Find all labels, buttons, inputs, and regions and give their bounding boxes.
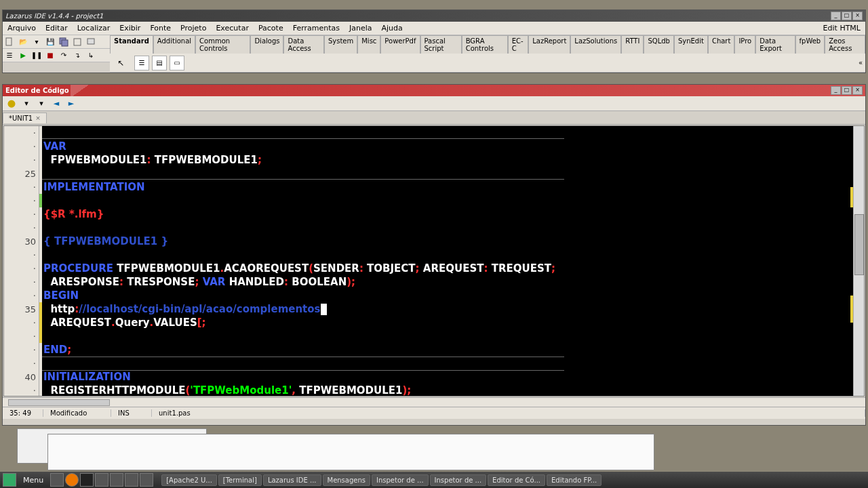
files-icon[interactable] bbox=[95, 473, 108, 487]
svg-rect-4 bbox=[87, 39, 94, 44]
status-position: 35: 49 bbox=[3, 409, 43, 417]
horizontal-scrollbar[interactable] bbox=[8, 399, 110, 406]
palette-tab-chart[interactable]: Chart bbox=[708, 35, 734, 54]
app-icon-3[interactable] bbox=[140, 473, 153, 487]
editor-titlebar[interactable]: Editor de Código _ □ × bbox=[3, 85, 865, 96]
palette-tab-data-export[interactable]: Data Export bbox=[755, 35, 795, 54]
palette-tab-fpweb[interactable]: fpWeb bbox=[795, 35, 825, 54]
palette-tab-bgra[interactable]: BGRA Controls bbox=[462, 35, 508, 54]
palette-tab-dialogs[interactable]: Dialogs bbox=[250, 35, 283, 54]
task-terminal[interactable]: [Terminal] bbox=[218, 474, 262, 486]
task-inspetor2[interactable]: Inspetor de ... bbox=[430, 474, 487, 486]
task-editor[interactable]: Editor de Có... bbox=[488, 474, 545, 486]
palette-tab-data-access[interactable]: Data Access bbox=[283, 35, 323, 54]
menu-arquivo[interactable]: Arquivo bbox=[3, 22, 41, 34]
menu-localizar[interactable]: Localizar bbox=[73, 22, 115, 34]
palette-tab-standard[interactable]: Standard bbox=[110, 35, 153, 54]
task-editando[interactable]: Editando FP... bbox=[547, 474, 601, 486]
save-icon[interactable]: 💾 bbox=[44, 36, 56, 48]
palette-tab-rtti[interactable]: RTTI bbox=[621, 35, 644, 54]
run-icon[interactable]: ▶ bbox=[17, 49, 29, 62]
open-file-icon[interactable]: 📂 bbox=[17, 36, 29, 48]
editor-back-icon[interactable]: ◄ bbox=[50, 98, 62, 110]
background-panel[interactable] bbox=[47, 434, 654, 470]
gutter-line: · bbox=[4, 221, 39, 235]
view-units-icon[interactable]: ☰ bbox=[3, 49, 16, 62]
palette-tab-additional[interactable]: Additional bbox=[153, 35, 195, 54]
lazarus-main-window: Lazarus IDE v1.4.4 - project1 _ □ × Arqu… bbox=[2, 9, 866, 73]
editor-dropdown2-icon[interactable]: ▾ bbox=[35, 98, 47, 110]
step-into-icon[interactable]: ↴ bbox=[71, 49, 83, 62]
app-icon[interactable] bbox=[110, 473, 123, 487]
pause-icon[interactable]: ❚❚ bbox=[31, 49, 43, 62]
palette-tab-system[interactable]: System bbox=[324, 35, 357, 54]
show-desktop-icon[interactable] bbox=[50, 473, 64, 487]
close-button[interactable]: × bbox=[852, 12, 863, 20]
save-all-icon[interactable] bbox=[58, 36, 70, 48]
menu-exibir[interactable]: Exibir bbox=[115, 22, 145, 34]
component-popupmenu-icon[interactable]: ▤ bbox=[152, 56, 167, 70]
task-lazarus[interactable]: Lazarus IDE ... bbox=[263, 474, 321, 486]
palette-tab-powerpdf[interactable]: PowerPdf bbox=[380, 35, 420, 54]
gutter-line: · bbox=[4, 207, 39, 221]
menu-edit-html[interactable]: Edit HTML bbox=[818, 22, 865, 34]
palette-tab-sqldb[interactable]: SQLdb bbox=[644, 35, 674, 54]
code-area: · · · 25 · · · · 30 · · · · 35 · · · · 4… bbox=[3, 125, 865, 396]
editor-dropdown1-icon[interactable]: ▾ bbox=[20, 98, 33, 110]
minimize-button[interactable]: _ bbox=[831, 12, 841, 20]
menu-fonte[interactable]: Fonte bbox=[145, 22, 176, 34]
editor-tab-unit1[interactable]: *UNIT1 × bbox=[3, 113, 47, 123]
tab-close-icon[interactable]: × bbox=[35, 115, 41, 121]
editor-tabs: *UNIT1 × bbox=[3, 111, 865, 125]
palette-tab-misc[interactable]: Misc bbox=[357, 35, 380, 54]
scroll-thumb[interactable] bbox=[854, 214, 864, 275]
status-modified: Modificado bbox=[43, 409, 111, 417]
editor-close-button[interactable]: × bbox=[852, 86, 863, 95]
editor-forward-icon[interactable]: ► bbox=[65, 98, 77, 110]
app-icon-2[interactable] bbox=[125, 473, 138, 487]
firefox-icon[interactable] bbox=[65, 473, 79, 487]
task-inspetor1[interactable]: Inspetor de ... bbox=[372, 474, 429, 486]
palette-tab-synedit[interactable]: SynEdit bbox=[674, 35, 708, 54]
start-menu-label[interactable]: Menu bbox=[18, 474, 49, 486]
main-titlebar[interactable]: Lazarus IDE v1.4.4 - project1 _ □ × bbox=[3, 10, 865, 22]
step-out-icon[interactable]: ↳ bbox=[85, 49, 97, 62]
component-mainmenu-icon[interactable]: ☰ bbox=[134, 56, 149, 70]
gutter-line: 25 bbox=[4, 167, 39, 180]
editor-minimize-button[interactable]: _ bbox=[831, 86, 841, 95]
task-apache[interactable]: [Apache2 U... bbox=[161, 474, 217, 486]
menu-projeto[interactable]: Projeto bbox=[176, 22, 211, 34]
gutter-line: · bbox=[4, 343, 39, 357]
component-button-icon[interactable]: ▭ bbox=[170, 56, 184, 70]
vertical-scrollbar[interactable] bbox=[853, 126, 864, 396]
menu-editar[interactable]: Editar bbox=[41, 22, 73, 34]
palette-tab-lazreport[interactable]: LazReport bbox=[528, 35, 570, 54]
dropdown-icon[interactable]: ▾ bbox=[31, 36, 43, 48]
start-menu-icon[interactable] bbox=[3, 473, 16, 487]
editor-maximize-button[interactable]: □ bbox=[842, 86, 852, 95]
gutter[interactable]: · · · 25 · · · · 30 · · · · 35 · · · · 4… bbox=[4, 126, 39, 396]
palette-tab-common-controls[interactable]: Common Controls bbox=[195, 35, 250, 54]
selection-tool-icon[interactable]: ↖ bbox=[114, 58, 127, 68]
new-form-icon[interactable] bbox=[71, 36, 83, 48]
palette-tab-ecc[interactable]: EC-C bbox=[508, 35, 529, 54]
palette-expand-icon[interactable]: « bbox=[859, 59, 863, 66]
stop-icon[interactable]: ■ bbox=[44, 49, 56, 62]
code-editor[interactable]: VAR FPWEBMODULE1: TFPWEBMODULE1; IMPLEME… bbox=[42, 126, 853, 396]
menu-janela[interactable]: Janela bbox=[344, 22, 377, 34]
palette-tab-pascal-script[interactable]: Pascal Script bbox=[420, 35, 462, 54]
palette-tab-ipro[interactable]: IPro bbox=[734, 35, 755, 54]
task-mensagens[interactable]: Mensagens bbox=[323, 474, 371, 486]
palette-tab-zeos[interactable]: Zeos Access bbox=[825, 35, 865, 54]
editor-jump-icon[interactable]: ⬤ bbox=[5, 98, 18, 110]
terminal-icon[interactable] bbox=[80, 473, 94, 487]
palette-tab-lazsolutions[interactable]: LazSolutions bbox=[570, 35, 621, 54]
maximize-button[interactable]: □ bbox=[842, 12, 852, 20]
menu-executar[interactable]: Executar bbox=[211, 22, 254, 34]
new-file-icon[interactable] bbox=[3, 36, 16, 48]
step-over-icon[interactable]: ↷ bbox=[58, 49, 70, 62]
menu-ajuda[interactable]: Ajuda bbox=[377, 22, 408, 34]
menu-ferramentas[interactable]: Ferramentas bbox=[288, 22, 344, 34]
toggle-form-icon[interactable] bbox=[85, 36, 97, 48]
menu-pacote[interactable]: Pacote bbox=[254, 22, 288, 34]
